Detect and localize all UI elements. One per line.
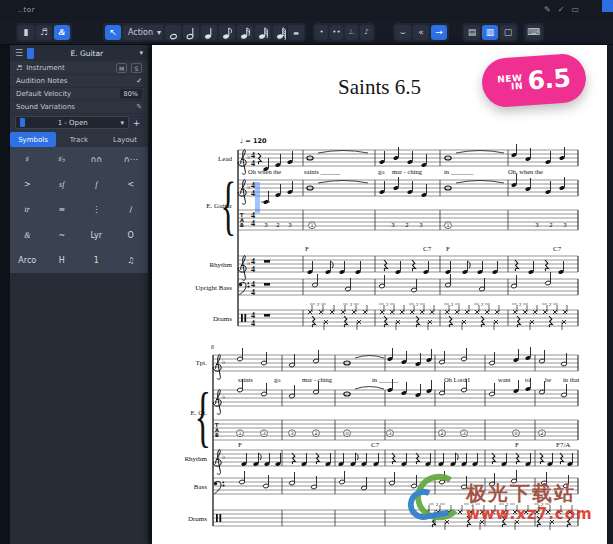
symbols-grid: ♯♯♭∩∩∩⋯>sff<tr≡⋮∕&~LyrOArcoH1♫	[10, 147, 148, 273]
watermark-logo-icon	[402, 473, 464, 529]
clef-symbol[interactable]: &	[10, 223, 45, 248]
pencil-icon[interactable]: ✎	[544, 5, 551, 14]
svg-text:Tpt.: Tpt.	[196, 359, 208, 367]
svg-text:Oh, when the: Oh, when the	[508, 168, 543, 175]
sharp-symbol[interactable]: ♯	[10, 147, 45, 172]
window-accent-chip	[602, 0, 613, 12]
rewind-button[interactable]: «	[413, 25, 429, 40]
wide-vibrato-symbol[interactable]: ~	[45, 223, 80, 248]
dot-button[interactable]: •	[315, 25, 328, 40]
tuplet-symbol[interactable]: ♫	[114, 248, 149, 273]
svg-text:1: 1	[238, 431, 241, 436]
svg-text:C7: C7	[553, 245, 562, 253]
svg-text:saints: saints	[238, 376, 253, 383]
check-icon[interactable]: ✓	[558, 5, 565, 14]
main-toolbar: ▮♬& ↖ Action ▾ ▬ •••♩.♪ ⌣«→ ▤▥▢ ⌨	[0, 20, 613, 45]
solo-button[interactable]: S	[131, 63, 142, 73]
score-canvas[interactable]: ♩ = 120{Oh when thesaints ______gomar - …	[152, 45, 607, 544]
tremolo-symbol[interactable]: ≡	[45, 197, 80, 222]
tie-button[interactable]: ⌣	[395, 25, 411, 40]
hand-symbol[interactable]: H	[45, 248, 80, 273]
sixteenth-note-button[interactable]	[237, 25, 253, 40]
window-icon[interactable]: ▭	[571, 5, 579, 14]
lyrics-symbol[interactable]: Lyr	[79, 223, 114, 248]
tab-symbols[interactable]: Symbols	[10, 132, 56, 147]
add-preset-button[interactable]: +	[130, 116, 143, 129]
svg-text:4: 4	[251, 159, 255, 168]
sforzando-symbol[interactable]: sf	[45, 172, 80, 197]
accidental-symbol[interactable]: ♯♭	[45, 147, 80, 172]
grace-note-button[interactable]: ♪	[360, 25, 373, 40]
track-selector[interactable]: ☰ E. Guitar ▾	[10, 45, 148, 61]
preset-label: 1 - Open	[29, 119, 116, 127]
trill-symbol[interactable]: tr	[10, 197, 45, 222]
track-name: E. Guitar	[38, 49, 135, 58]
svg-text:F: F	[515, 441, 519, 449]
view-group: ▤▥▢	[462, 23, 518, 42]
watermark-url: www.xz7.com	[466, 505, 593, 523]
svg-text:to: to	[525, 376, 530, 383]
glissando-symbol[interactable]: ∕	[114, 197, 149, 222]
svg-text:go: go	[378, 168, 385, 175]
instrument-icon: ♬	[16, 64, 22, 72]
crescendo-symbol[interactable]: <	[114, 172, 149, 197]
svg-text:3: 3	[419, 222, 423, 228]
svg-text:E. Gt.: E. Gt.	[190, 409, 207, 417]
tie-symbol[interactable]: ∩∩	[79, 147, 114, 172]
svg-text:3: 3	[462, 431, 465, 436]
whole-note-button[interactable]	[165, 25, 181, 40]
eighth-note-button[interactable]	[219, 25, 235, 40]
playback-group: ⌣«→	[393, 23, 449, 42]
accent-symbol[interactable]: >	[10, 172, 45, 197]
svg-text:♭: ♭	[222, 358, 225, 366]
vibrato-symbol[interactable]: ⋮	[79, 197, 114, 222]
arpeggio-symbol[interactable]: ∩⋯	[114, 147, 149, 172]
velocity-value[interactable]: 80%	[120, 89, 142, 99]
dynamic-forte-symbol[interactable]: f	[79, 172, 114, 197]
arco-symbol[interactable]: Arco	[10, 248, 45, 273]
sound-variations-row[interactable]: Sound Variations ✎	[10, 101, 148, 114]
follow-playback-button[interactable]: →	[431, 25, 447, 40]
svg-text:mar - ching: mar - ching	[302, 376, 333, 383]
harmonic-symbol[interactable]: O	[114, 223, 149, 248]
page-view-button[interactable]: ▤	[464, 25, 480, 40]
cursor-button[interactable]: ↖	[105, 25, 121, 40]
half-note-button[interactable]	[183, 25, 199, 40]
score-page[interactable]: Saints 6.5 NEW IN 6.5 ♩ = 120{Oh when th…	[152, 45, 607, 544]
svg-text:1: 1	[446, 223, 449, 228]
barline-tool-button[interactable]: ▮	[18, 25, 34, 40]
svg-text:4: 4	[251, 219, 255, 228]
thirty-second-note-button[interactable]	[255, 25, 271, 40]
double-dot-button[interactable]: ••	[330, 25, 343, 40]
keyboard-icon[interactable]: ⌨	[526, 25, 542, 40]
quarter-note-button[interactable]	[201, 25, 217, 40]
dotted-note-button[interactable]: ♩.	[345, 25, 358, 40]
tab-track[interactable]: Track	[56, 132, 102, 147]
svg-text:in that: in that	[563, 376, 580, 383]
compact-view-button[interactable]: ▢	[500, 25, 516, 40]
cursor-action-group: ↖ Action ▾	[103, 23, 168, 42]
menu-icon[interactable]: ☰	[15, 48, 23, 58]
notation-tool-button[interactable]: &	[54, 25, 70, 40]
mute-button[interactable]: M	[116, 63, 127, 73]
svg-text:F7/A: F7/A	[556, 441, 570, 449]
wrench-icon: ✎	[136, 103, 142, 111]
sound-preset-dropdown[interactable]: 1 - Open ▾	[15, 116, 129, 129]
drum-tool-button[interactable]: ♬	[36, 25, 52, 40]
audition-notes-row[interactable]: Audition Notes ✓	[10, 75, 148, 88]
svg-text:want: want	[498, 376, 511, 383]
svg-text:Rhythm: Rhythm	[209, 261, 232, 269]
rest-group: ▬	[286, 23, 306, 42]
svg-text:6: 6	[211, 344, 214, 350]
instrument-row[interactable]: ♬ Instrument M S	[10, 62, 148, 75]
action-menu-button[interactable]: Action ▾	[123, 25, 166, 40]
continuous-view-button[interactable]: ▥	[482, 25, 498, 40]
svg-text:4: 4	[251, 319, 255, 328]
default-velocity-row[interactable]: Default Velocity 80%	[10, 88, 148, 101]
svg-text:0: 0	[514, 431, 517, 436]
svg-text:♩ = 120: ♩ = 120	[240, 137, 267, 145]
rest-button[interactable]: ▬	[288, 25, 304, 40]
svg-text:3: 3	[535, 222, 539, 228]
tab-layout[interactable]: Layout	[102, 132, 148, 147]
fingering-symbol[interactable]: 1	[79, 248, 114, 273]
